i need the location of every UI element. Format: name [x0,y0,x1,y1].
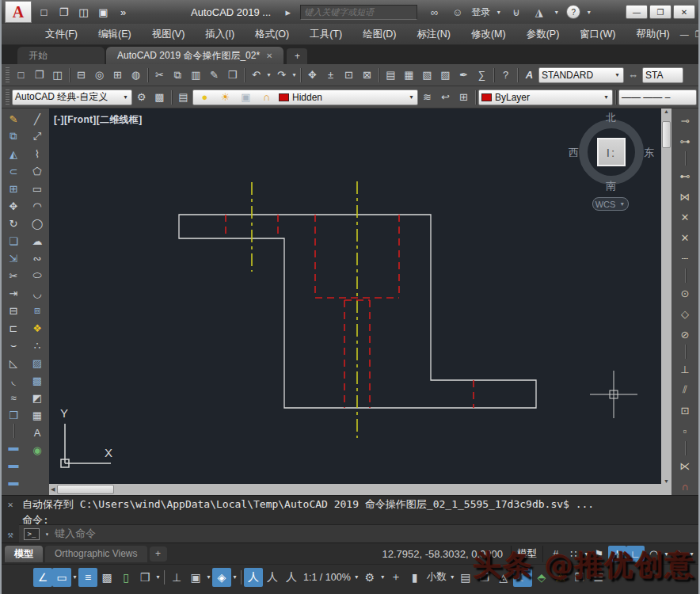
menu-file[interactable]: 文件(F) [35,25,88,44]
layer-previous-icon[interactable]: ↩ [436,89,455,105]
menu-view[interactable]: 视图(V) [142,25,196,44]
signin-label[interactable]: 登录 [471,6,490,19]
command-close-icon[interactable]: ✕ [7,499,13,510]
snap-node-icon[interactable]: ▫ [674,421,696,441]
array-icon[interactable]: ⊞ [3,180,24,197]
scroll-left-icon[interactable]: ◀ [51,486,55,493]
wcs-button[interactable]: WCS▾ [592,197,629,211]
viewcube-face[interactable]: I: [597,138,626,166]
qnew-icon[interactable]: □ [12,67,30,83]
chamfer-icon[interactable]: ◺ [3,354,24,371]
layer-states-icon[interactable]: ⊞ [455,89,473,105]
tab-drawing[interactable]: AutoCAD 2019 命令操作图层_02* ✕ [106,47,283,64]
gradient-icon[interactable]: ▩ [27,371,48,389]
stretch-icon[interactable]: ⇲ [3,249,24,267]
temporary-track-point-icon[interactable]: ⊸ [674,110,696,131]
annotation-visibility-icon[interactable]: ▣ [186,568,205,587]
draw-order-front-icon[interactable]: ▬ [3,438,24,455]
units-caret-icon[interactable]: ▾ [449,573,456,581]
help-icon[interactable]: ? [566,5,580,19]
rectangle-icon[interactable]: ▭ [27,180,48,197]
workspace-switching-icon[interactable]: ⚙ [360,568,379,587]
units-ruler-icon[interactable]: ▮ [405,568,424,587]
move-icon[interactable]: ✥ [3,197,24,215]
command-wrench-icon[interactable]: ⚒ [7,529,13,540]
layer-freeze-sun-icon[interactable]: ☀ [216,89,234,105]
doc-minimize-icon[interactable]: — [680,29,689,40]
offset-icon[interactable]: ⊂ [3,162,24,180]
scale-icon[interactable]: ❏ [3,232,24,249]
viewcube-west-label[interactable]: 西 [569,146,579,160]
fillet-icon[interactable]: ◟ [3,371,24,389]
quick-view-icon[interactable]: ▤ [456,568,475,587]
polyline-icon[interactable]: ⌇ [27,145,48,162]
zoom-window-icon[interactable]: ⊡ [340,67,358,83]
menu-dimension[interactable]: 标注(N) [407,25,461,44]
markup-icon[interactable]: ✒ [455,67,473,83]
undo-caret-icon[interactable]: ▾ [265,71,272,78]
ucs-toggle-icon[interactable]: ⊥ [167,568,186,587]
horizontal-scrollbar[interactable]: ◀ [49,484,671,495]
selection-cycling-caret-icon[interactable]: ▾ [154,573,162,581]
drawing-canvas[interactable]: [-][Front][二维线框] I: 北 南 西 东 WCS▾ [49,109,661,484]
workspace-switching-caret-icon[interactable]: ▾ [379,573,386,581]
menu-format[interactable]: 格式(O) [245,25,299,44]
extend-icon[interactable]: ⇥ [3,284,24,302]
join-icon[interactable]: ⌣ [3,337,24,354]
snap-nearest-icon[interactable]: ⋉ [674,455,696,476]
pan-icon[interactable]: ✥ [303,67,321,83]
model-tab[interactable]: 模型 [5,546,43,562]
point-icon[interactable]: ∴ [27,337,48,354]
undo-icon[interactable]: ↶ [247,67,265,83]
copy-clip-icon[interactable]: ⧉ [169,67,187,83]
viewport-label[interactable]: [-][Front][二维线框] [54,113,142,127]
point-style-icon[interactable]: ◉ [27,441,48,459]
snap-apparent-intersection-icon[interactable]: ✕ [674,227,696,248]
minimize-button[interactable]: — [626,5,648,19]
revision-cloud-icon[interactable]: ☁ [27,232,48,249]
command-caret-icon[interactable]: ▾ [44,531,51,538]
publish-icon[interactable]: ◍ [127,67,145,83]
toolbar-grip[interactable] [6,89,10,105]
workspace-combo[interactable]: AutoCAD 经典-自定义▾ [12,89,132,105]
cut-icon[interactable]: ✂ [150,67,169,83]
hscroll-thumb[interactable] [57,485,114,494]
snap-tangent-icon[interactable]: ⊘ [674,324,696,345]
scroll-down-icon[interactable]: ▼ [664,478,669,484]
insert-block-icon[interactable]: ⧈ [27,302,48,319]
units-value[interactable]: 小数 [427,570,447,584]
help-caret-icon[interactable]: ▾ [585,9,592,16]
signin-person-icon[interactable]: ☺ [448,4,466,21]
doc-restore-icon[interactable]: ❐ [695,29,700,40]
open-icon[interactable]: ❐ [30,67,48,83]
new-layout-button[interactable]: + [150,546,167,562]
scroll-up-icon[interactable]: ▲ [664,109,669,114]
selection-cycling-icon[interactable]: ❒ [135,568,154,587]
toolbar-grip[interactable] [6,67,10,83]
blend-curves-icon[interactable]: ≈ [3,389,24,406]
new-icon[interactable]: □ [35,4,53,21]
search-binoculars-icon[interactable]: ∞ [425,4,443,21]
spline-icon[interactable]: ∾ [27,249,48,267]
angle-override-icon[interactable]: ∠ [33,568,52,587]
trim-icon[interactable]: ✂ [3,267,24,284]
arc-icon[interactable]: ◠ [27,197,48,215]
viewcube-north-label[interactable]: 北 [606,111,616,125]
menu-draw[interactable]: 绘图(D) [352,25,406,44]
command-prompt-icon[interactable]: >_ [24,528,40,540]
save-icon[interactable]: ◫ [48,67,67,83]
rotate-icon[interactable]: ↻ [3,215,24,232]
construction-line-icon[interactable]: ⤢ [27,128,48,145]
break-at-point-icon[interactable]: ⊟ [3,302,24,319]
table-icon[interactable]: ▦ [27,406,48,424]
tab-close-icon[interactable]: ✕ [266,51,272,60]
designcenter-icon[interactable]: ▦ [400,67,418,83]
redo-icon[interactable]: ↷ [272,67,291,83]
ui-lock-icon[interactable]: ▩ [150,89,169,105]
save-as-icon[interactable]: ▣ [94,4,112,21]
polygon-icon[interactable]: ⬠ [27,162,48,180]
erase-icon[interactable]: ✎ [3,110,24,128]
snap-from-icon[interactable]: ⊶ [674,131,696,151]
help-search-input[interactable] [300,5,417,20]
menu-parametric[interactable]: 参数(P) [516,25,570,44]
